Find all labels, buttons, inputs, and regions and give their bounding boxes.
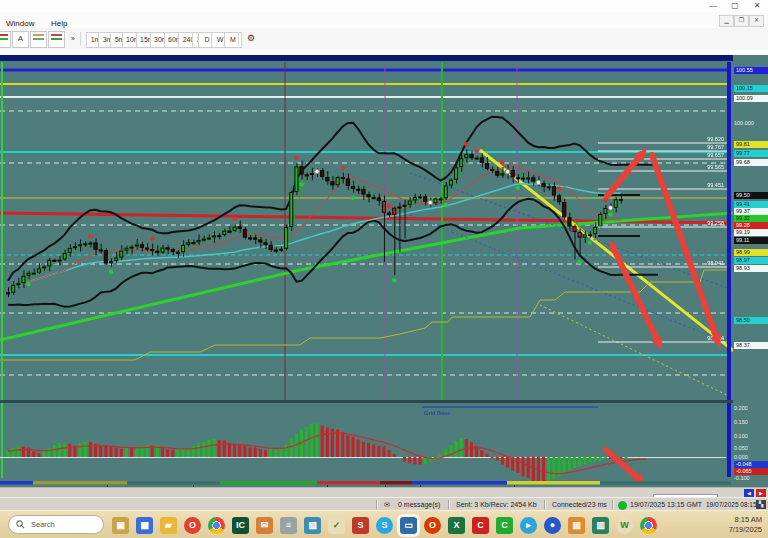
child-close-button[interactable]: ✕	[749, 15, 764, 27]
price-label-99.77: 99.77	[734, 150, 768, 157]
indicator-tick-0.150: 0.150	[734, 419, 767, 426]
price-label-100.55: 100.55	[734, 67, 768, 74]
clock-date: 7/19/2025	[729, 525, 762, 535]
app-blue-icon[interactable]: ●	[544, 517, 561, 534]
price-tick-100.000: 100.000	[734, 120, 767, 127]
price-label-98.50: 98.50	[734, 317, 768, 324]
opera-icon[interactable]: O	[184, 517, 201, 534]
calculator-icon[interactable]: ▦	[136, 517, 153, 534]
toolbar-overflow-chevron[interactable]: »	[68, 32, 78, 46]
indicator-tick-0.050: 0.050	[734, 445, 767, 452]
close-button[interactable]: ✕	[746, 0, 768, 12]
indicator-tick-0.100: 0.100	[734, 433, 767, 440]
taskbar-icons: ▣▦▰OIC✉≡▨✓SS▭OXCC▸●▥▥W	[112, 516, 657, 534]
toolbar: A » 1m3m5m10m15m30m60m240360 DWM ⚙	[0, 28, 768, 51]
search-placeholder: Search	[31, 520, 55, 529]
period-button-M[interactable]: M	[224, 32, 242, 48]
telegram-icon[interactable]: ▸	[520, 517, 537, 534]
price-label-98.37: 98.37	[734, 342, 768, 349]
chrome-icon[interactable]	[208, 517, 225, 534]
word-icon[interactable]: W	[616, 517, 633, 534]
folder-icon[interactable]: ▰	[160, 517, 177, 534]
price-axis[interactable]: 100.000100.55100.15100.0999.8199.7799.68…	[733, 55, 768, 487]
clock-time: 8:15 AM	[729, 515, 762, 525]
tab-scroll-right-icon[interactable]: ▶	[756, 489, 766, 497]
sublime-icon[interactable]: S	[352, 517, 369, 534]
minimize-button[interactable]: —	[702, 0, 724, 12]
search-icon	[16, 520, 25, 529]
price-label-99.50: 99.50	[734, 192, 768, 199]
excel-icon[interactable]: X	[448, 517, 465, 534]
connection-status-dot	[618, 501, 627, 510]
tab-scroll-left-icon[interactable]: ◀	[744, 489, 754, 497]
price-label-99.11: 99.11	[734, 237, 768, 244]
mail-icon[interactable]: ✉	[256, 517, 273, 534]
c-green-icon[interactable]: C	[496, 517, 513, 534]
taskbar: Search ▣▦▰OIC✉≡▨✓SS▭OXCC▸●▥▥W 8:15 AM 7/…	[0, 510, 768, 538]
menu-bar: Window Help ▁ ❐ ✕	[0, 12, 768, 29]
vault-icon[interactable]: ▥	[592, 517, 609, 534]
status-bar: ✉ 0 message(s) Sent: 3 Kb/Recv: 2454 Kb …	[0, 497, 768, 511]
terminal-active-icon[interactable]: ▭	[400, 517, 417, 534]
gear-icon[interactable]: ⚙	[244, 32, 258, 46]
main-chart-canvas[interactable]	[0, 55, 733, 487]
price-label-99.41: 99.41	[734, 201, 768, 208]
notepad-icon[interactable]: ≡	[280, 517, 297, 534]
child-restore-button[interactable]: ❐	[734, 15, 749, 27]
indicator-tick-0.000: 0.000	[734, 454, 767, 461]
office-icon[interactable]: O	[424, 517, 441, 534]
chart-window: 100.000100.55100.15100.0999.8199.7799.68…	[0, 50, 768, 487]
child-minimize-button[interactable]: ▁	[719, 15, 734, 27]
chart-type-icon[interactable]	[0, 31, 11, 48]
price-label-98.93: 98.93	[734, 265, 768, 272]
price-label-99.32: 99.32	[734, 215, 768, 222]
maximize-button[interactable]: ▢	[724, 0, 746, 12]
text-tool-icon[interactable]: A	[12, 31, 29, 48]
ic-markets-icon[interactable]: IC	[232, 517, 249, 534]
c-red-icon[interactable]: C	[472, 517, 489, 534]
price-label-100.15: 100.15	[734, 85, 768, 92]
app-orange-icon[interactable]: ▥	[568, 517, 585, 534]
price-label-99.19: 99.19	[734, 229, 768, 236]
indicator-tick-0.200: 0.200	[734, 405, 767, 412]
chrome2-icon[interactable]	[640, 517, 657, 534]
status-corner-icon: ▚	[756, 500, 766, 509]
file-explorer-icon[interactable]: ▣	[112, 517, 129, 534]
skype-icon[interactable]: S	[376, 517, 393, 534]
indicator-value--0.065: -0.065	[734, 468, 768, 475]
photos-icon[interactable]: ▨	[304, 517, 321, 534]
price-label-99.28: 99.28	[734, 222, 768, 229]
price-label-99.68: 99.68	[734, 159, 768, 166]
trading-terminal-window: { "window": { "menu_items": ["Window", "…	[0, 0, 768, 538]
price-label-98.97: 98.97	[734, 257, 768, 264]
search-input[interactable]: Search	[8, 515, 104, 534]
template-icon-1[interactable]	[30, 31, 47, 48]
indicator-tick--0.100: -0.100	[734, 475, 767, 482]
price-label-98.99: 98.99	[734, 249, 768, 256]
price-label-99.81: 99.81	[734, 141, 768, 148]
taskbar-clock[interactable]: 8:15 AM 7/19/2025	[729, 515, 762, 535]
price-label-100.09: 100.09	[734, 95, 768, 102]
checkmark-icon[interactable]: ✓	[328, 517, 345, 534]
template-icon-2[interactable]	[48, 31, 65, 48]
indicator-value--0.048: -0.048	[734, 461, 768, 468]
price-label-99.37: 99.37	[734, 208, 768, 215]
